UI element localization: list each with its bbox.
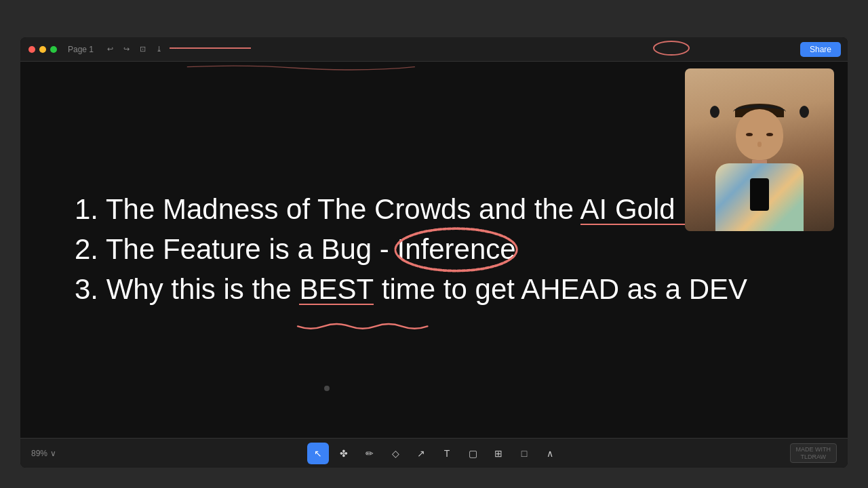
slide-line-3: 3. Why this is the BEST time to get AHEA… xyxy=(75,270,749,310)
page-title: Page 1 xyxy=(68,45,94,54)
made-with-badge: MADE WITH TLDRAW xyxy=(790,443,837,464)
redo-icon[interactable]: ↪ xyxy=(121,44,132,55)
zoom-level: 89% xyxy=(31,449,47,458)
share-button[interactable]: Share xyxy=(800,42,841,57)
close-dot[interactable] xyxy=(28,46,35,53)
outer-chrome: Page 1 ↩ ↪ ⊡ ⤓ ⋯ Share xyxy=(0,0,868,488)
canvas-area[interactable]: 1. The Madness of The Crowds and the AI … xyxy=(20,62,848,438)
tool-grid[interactable]: ⊞ xyxy=(488,443,509,464)
line3-suffix: time to get AHEAD as a DEV xyxy=(374,273,747,305)
line2-prefix: 2. The Feature is a Bug - xyxy=(75,233,397,265)
save-icon[interactable]: ⊡ xyxy=(137,44,148,55)
zoom-dropdown[interactable]: ∨ xyxy=(50,449,56,458)
made-with-label: MADE WITH xyxy=(796,446,831,453)
person-silhouette xyxy=(705,96,814,231)
tool-more[interactable]: ∧ xyxy=(539,443,561,464)
toolbar-right: MADE WITH TLDRAW xyxy=(790,443,837,464)
tool-bubble[interactable]: ▢ xyxy=(462,443,484,464)
mouse-cursor xyxy=(324,386,330,391)
webcam-feed xyxy=(685,68,834,231)
tool-pen[interactable]: ✏ xyxy=(359,443,380,464)
tool-text[interactable]: T xyxy=(436,443,458,464)
title-bar: Page 1 ↩ ↪ ⊡ ⤓ ⋯ Share xyxy=(20,37,848,62)
headphone-right-cup xyxy=(800,106,809,118)
tool-select[interactable]: ↖ xyxy=(307,443,329,464)
toolbar-left: 89% ∨ xyxy=(31,449,56,458)
slide-line-1: 1. The Madness of The Crowds and the AI … xyxy=(75,190,749,230)
maximize-dot[interactable] xyxy=(50,46,57,53)
tool-shape[interactable]: ◇ xyxy=(384,443,406,464)
slide-line-2: 2. The Feature is a Bug - Inference xyxy=(75,230,749,270)
tool-arrow[interactable]: ↗ xyxy=(410,443,432,464)
bottom-toolbar: 89% ∨ ↖ ✤ ✏ ◇ ↗ T ▢ ⊞ □ ∧ MADE WITH TLDR… xyxy=(20,438,848,468)
export-icon[interactable]: ⤓ xyxy=(153,44,164,55)
undo-icon[interactable]: ↩ xyxy=(104,44,115,55)
inference-circled: Inference xyxy=(397,230,515,270)
app-window: Page 1 ↩ ↪ ⊡ ⤓ ⋯ Share xyxy=(20,37,848,468)
phone-held xyxy=(750,178,769,211)
slide-list: 1. The Madness of The Crowds and the AI … xyxy=(75,190,749,309)
tool-rect[interactable]: □ xyxy=(513,443,535,464)
line1-prefix: 1. The Madness of The Crowds and the xyxy=(75,193,580,225)
window-controls xyxy=(28,46,57,53)
minimize-dot[interactable] xyxy=(39,46,46,53)
headphone-left-cup xyxy=(710,106,719,118)
svg-point-1 xyxy=(654,41,689,55)
inference-text: Inference xyxy=(397,233,515,265)
title-circle-annotation xyxy=(651,40,692,56)
tool-hand[interactable]: ✤ xyxy=(333,443,355,464)
headphones xyxy=(733,105,786,119)
webcam-overlay xyxy=(685,68,834,231)
title-strikethrough-annotation xyxy=(170,43,251,54)
line3-prefix: 3. Why this is the xyxy=(75,273,299,305)
best-text: BEST xyxy=(299,273,374,305)
brand-label: TLDRAW xyxy=(800,453,826,461)
